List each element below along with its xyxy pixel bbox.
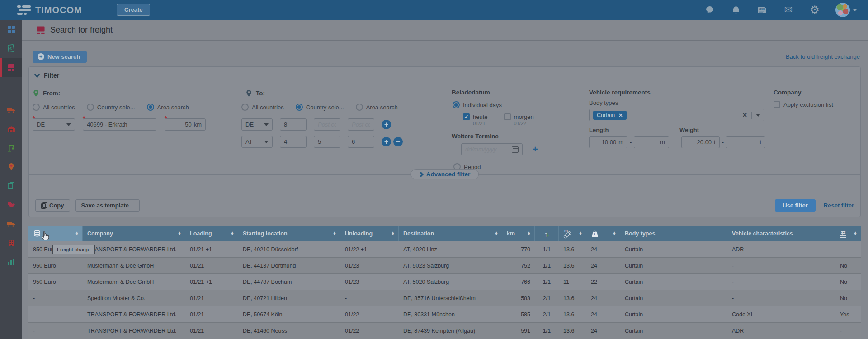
table-row[interactable]: - TRANSPORT & FORWARDER Ltd. 01/21 DE, 4… [28, 323, 861, 339]
sidebar-item-dashboard[interactable] [0, 20, 22, 39]
body-type-tag[interactable]: Curtain [593, 111, 627, 120]
map-pin-icon [8, 163, 15, 171]
sidebar-item-deals[interactable] [0, 195, 22, 214]
sort-icon[interactable] [391, 232, 395, 236]
column-header-vehicle-characteristics[interactable]: Vehicle characteristics [727, 226, 835, 241]
from-country-select[interactable]: DE [33, 118, 75, 131]
to-add-postcode-button-1[interactable] [382, 120, 391, 129]
length-label: Length [589, 127, 679, 133]
sort-icon[interactable] [854, 232, 857, 236]
from-radio-area-search[interactable]: Area search [147, 104, 189, 111]
column-header-destination[interactable]: Destination [399, 226, 502, 241]
weight-from-input[interactable]: t [681, 136, 720, 148]
location-pin-to-icon [245, 89, 252, 98]
table-row[interactable]: - Spedition Muster & Co. 01/21 DE, 40721… [28, 290, 861, 306]
to-postcode-1-1[interactable] [280, 118, 307, 131]
notifications-icon[interactable] [731, 5, 741, 15]
to-postcode-1-3[interactable] [348, 118, 374, 131]
to-remove-row-button[interactable] [393, 137, 403, 146]
sort-icon[interactable] [75, 232, 79, 236]
sort-icon[interactable] [495, 232, 498, 236]
column-header-body-types[interactable]: Body types [620, 226, 727, 241]
sidebar-item-statistics[interactable] [0, 252, 22, 271]
copy-button[interactable]: Copy [35, 199, 70, 212]
column-header-stops[interactable]: ↑↓ [535, 226, 559, 241]
column-header-company[interactable]: Company [83, 226, 185, 241]
length-from-input[interactable]: m [589, 136, 627, 148]
sidebar-item-quotes[interactable]: € [0, 39, 22, 58]
chat-icon[interactable] [704, 5, 715, 15]
column-header-loading[interactable]: Loading [185, 226, 238, 241]
sort-icon[interactable] [178, 232, 181, 236]
more-dates-input[interactable] [461, 143, 523, 155]
brand[interactable]: TIMOCOM [17, 5, 82, 15]
sidebar-item-fleet[interactable] [0, 214, 22, 233]
to-radio-area-search[interactable]: Area search [356, 104, 398, 111]
news-icon[interactable]: NEWS [757, 5, 768, 15]
to-postcode-1-2[interactable] [314, 118, 340, 131]
from-radio-country-selection[interactable]: Country sele... [87, 104, 135, 111]
length-to-input[interactable]: m [634, 136, 669, 148]
to-country-select-2[interactable]: AT [241, 136, 273, 148]
cell-destination: AT, 5023 Salzburg [399, 258, 502, 273]
column-header-weight[interactable]: t [586, 226, 620, 241]
to-postcode-2-2[interactable] [314, 136, 340, 148]
to-postcode-2-1[interactable] [280, 136, 307, 148]
sidebar-item-logistics[interactable] [0, 138, 22, 157]
sidebar-item-warehouse[interactable] [0, 119, 22, 138]
table-row[interactable]: 850 Euro TRANSPORT & FORWARDER Ltd. 01/2… [28, 241, 861, 258]
settings-icon[interactable] [809, 5, 820, 15]
clear-selection-icon[interactable] [742, 112, 747, 118]
to-country-select-1[interactable]: DE [241, 118, 273, 131]
sort-icon[interactable] [231, 232, 234, 236]
to-radio-all-countries[interactable]: All countries [241, 104, 284, 111]
date-radio-individual-days[interactable]: Individual days [453, 101, 583, 108]
save-as-template-button[interactable]: Save as template... [75, 199, 140, 212]
remove-tag-icon[interactable] [618, 112, 623, 118]
column-header-freight-charge[interactable] [28, 226, 83, 241]
new-search-button[interactable]: New search [33, 51, 87, 63]
body-types-multiselect[interactable]: Curtain [589, 109, 764, 121]
sidebar-item-company[interactable] [0, 233, 22, 252]
calendar-icon[interactable] [512, 146, 519, 153]
table-row[interactable]: 950 Euro Mustermann & Doe GmbH 01/21 +1 … [28, 274, 861, 290]
chevron-down-icon[interactable] [756, 114, 760, 117]
from-radio-all-countries[interactable]: All countries [33, 104, 75, 111]
crane-icon [7, 144, 15, 152]
from-city-input[interactable] [83, 118, 156, 131]
account-menu[interactable] [835, 3, 857, 17]
sort-icon[interactable] [333, 232, 336, 236]
from-radius-input[interactable]: km [165, 118, 206, 131]
create-button[interactable]: Create [117, 4, 150, 16]
date-checkbox-tomorrow[interactable]: morgen01/22 [504, 113, 534, 126]
table-row[interactable]: 950 Euro Mustermann & Doe GmbH 01/21 DE,… [28, 258, 861, 274]
exclusion-list-checkbox[interactable]: Apply exclusion list [774, 101, 859, 108]
date-checkbox-today[interactable]: heute01/21 [463, 113, 488, 126]
column-header-pallet-exchange[interactable]: ⇄ [835, 226, 861, 241]
sidebar-item-vehicles[interactable] [0, 100, 22, 119]
cell-body-types: Curtain [620, 323, 727, 339]
to-add-row-button[interactable] [382, 137, 391, 146]
sidebar-item-documents[interactable] [0, 176, 22, 195]
sidebar-item-freight-exchange[interactable] [0, 58, 22, 77]
add-date-button[interactable] [533, 144, 538, 155]
use-filter-button[interactable]: Use filter [775, 199, 816, 212]
table-row[interactable]: - TRANSPORT & FORWARDER Ltd. 01/21 DE, 5… [28, 306, 861, 323]
column-header-unloading[interactable]: Unloading [340, 226, 399, 241]
to-radio-country-selection[interactable]: Country sele... [296, 104, 344, 111]
back-to-old-exchange-link[interactable]: Back to old freight exchange [786, 53, 860, 60]
column-header-length[interactable]: m [559, 226, 586, 241]
column-header-km[interactable]: km [502, 226, 535, 241]
sort-icon[interactable] [613, 232, 616, 236]
to-postcode-2-3[interactable] [348, 136, 374, 148]
checkbox-icon [504, 113, 511, 120]
sort-icon[interactable] [527, 232, 531, 236]
column-header-starting-location[interactable]: Starting location [238, 226, 340, 241]
weight-to-input[interactable]: t [726, 136, 765, 148]
sort-icon[interactable] [579, 232, 582, 236]
mail-icon[interactable] [783, 5, 794, 15]
reset-filter-link[interactable]: Reset filter [824, 202, 854, 209]
advanced-filter-toggle[interactable]: Advanced filter [410, 169, 479, 179]
sidebar-item-routes[interactable] [0, 157, 22, 176]
filter-header[interactable]: Filter [29, 67, 860, 84]
